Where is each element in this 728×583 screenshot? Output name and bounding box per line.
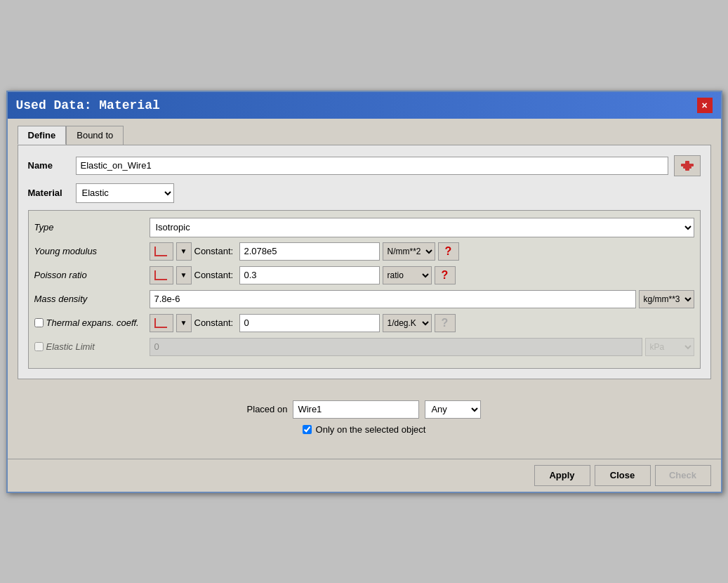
- placed-row: Placed on Any Surface Edge: [247, 400, 482, 419]
- young-help-button[interactable]: ?: [438, 242, 459, 261]
- poisson-icon-btn[interactable]: [150, 266, 173, 284]
- poisson-unit-select[interactable]: ratio: [383, 266, 432, 284]
- thermal-label: Thermal expans. coeff.: [46, 317, 139, 328]
- material-row: Material Elastic Plastic Rigid: [28, 183, 701, 203]
- thermal-input[interactable]: [239, 314, 380, 332]
- l-shape-icon: [154, 247, 167, 256]
- elastic-input: [150, 338, 642, 356]
- young-modulus-label: Young modulus: [34, 246, 147, 256]
- placed-any-select[interactable]: Any Surface Edge: [425, 400, 481, 419]
- elastic-label-wrapper: Elastic Limit: [34, 341, 147, 352]
- tab-define[interactable]: Define: [18, 126, 67, 145]
- material-label: Material: [28, 188, 70, 198]
- svg-rect-1: [685, 161, 689, 171]
- svg-rect-2: [683, 166, 691, 169]
- chevron-down-icon: ▼: [180, 247, 187, 255]
- l-shape-icon2: [154, 270, 167, 280]
- selected-object-checkbox[interactable]: [303, 425, 312, 434]
- type-label: Type: [34, 222, 147, 232]
- poisson-ratio-row: Poisson ratio ▼ Constant: ratio ?: [34, 266, 694, 285]
- mass-density-label: Mass density: [34, 294, 147, 304]
- selected-object-row: Only on the selected object: [303, 424, 426, 435]
- tab-bar: Define Bound to: [18, 126, 711, 145]
- thermal-expans-row: Thermal expans. coeff. ▼ Constant: 1/deg…: [34, 313, 694, 333]
- elastic-checkbox[interactable]: [34, 342, 44, 351]
- name-row: Name: [28, 155, 701, 176]
- young-modulus-row: Young modulus ▼ Constant: N/mm**2 MPa GP…: [34, 242, 694, 261]
- check-button[interactable]: Check: [655, 465, 711, 486]
- poisson-input[interactable]: [239, 266, 380, 284]
- thermal-unit-select[interactable]: 1/deg.K: [383, 314, 432, 332]
- window-title: Used Data: Material: [16, 98, 160, 112]
- pin-icon-button[interactable]: [674, 155, 701, 176]
- material-select[interactable]: Elastic Plastic Rigid: [76, 183, 174, 203]
- mass-unit-select[interactable]: kg/mm**3 t/mm**3: [639, 290, 694, 308]
- type-row: Type Isotropic Orthotropic Anisotropic: [34, 218, 694, 237]
- name-input[interactable]: [76, 157, 668, 175]
- poisson-help-button[interactable]: ?: [435, 266, 456, 284]
- close-icon[interactable]: ×: [697, 98, 713, 113]
- poisson-ratio-label: Poisson ratio: [34, 270, 147, 280]
- poisson-dropdown[interactable]: ▼: [176, 266, 192, 284]
- chevron-down-icon3: ▼: [180, 319, 187, 327]
- name-label: Name: [28, 160, 70, 171]
- main-window: Used Data: Material × Define Bound to Na…: [6, 91, 722, 493]
- placed-section: Placed on Any Surface Edge Only on the s…: [18, 400, 711, 435]
- elastic-unit-select: kPa MPa: [645, 338, 694, 356]
- thermal-checkbox[interactable]: [34, 318, 44, 327]
- mass-density-row: Mass density kg/mm**3 t/mm**3: [34, 289, 694, 309]
- pin-icon: [680, 159, 695, 172]
- poisson-constant-label: Constant:: [194, 270, 237, 280]
- close-button[interactable]: Close: [595, 465, 651, 486]
- selected-object-label: Only on the selected object: [316, 424, 426, 435]
- define-tab-content: Name Material Elastic Plastic Ri: [18, 145, 711, 379]
- tab-bound-to[interactable]: Bound to: [66, 126, 124, 145]
- placed-on-input[interactable]: [293, 400, 419, 419]
- young-modulus-input[interactable]: [239, 242, 380, 261]
- apply-button[interactable]: Apply: [534, 465, 590, 486]
- window-body: Define Bound to Name: [8, 119, 721, 445]
- thermal-help-button: ?: [435, 314, 456, 332]
- elastic-limit-row: Elastic Limit kPa MPa: [34, 337, 694, 357]
- young-modulus-icon-btn[interactable]: [150, 242, 173, 261]
- thermal-dropdown[interactable]: ▼: [176, 314, 192, 332]
- l-shape-icon3: [154, 318, 167, 328]
- thermal-label-wrapper: Thermal expans. coeff.: [34, 317, 147, 328]
- young-modulus-dropdown[interactable]: ▼: [176, 242, 192, 261]
- mass-density-input[interactable]: [150, 290, 636, 308]
- chevron-down-icon2: ▼: [180, 271, 187, 279]
- placed-on-label: Placed on: [247, 404, 288, 414]
- elastic-label: Elastic Limit: [46, 341, 95, 352]
- young-constant-label: Constant:: [194, 246, 237, 256]
- properties-box: Type Isotropic Orthotropic Anisotropic Y…: [28, 210, 701, 369]
- type-select[interactable]: Isotropic Orthotropic Anisotropic: [150, 218, 694, 237]
- thermal-constant-label: Constant:: [194, 317, 237, 328]
- title-bar: Used Data: Material ×: [8, 92, 721, 119]
- young-unit-select[interactable]: N/mm**2 MPa GPa: [383, 242, 435, 261]
- thermal-icon-btn[interactable]: [150, 314, 173, 332]
- bottom-bar: Apply Close Check: [8, 459, 721, 492]
